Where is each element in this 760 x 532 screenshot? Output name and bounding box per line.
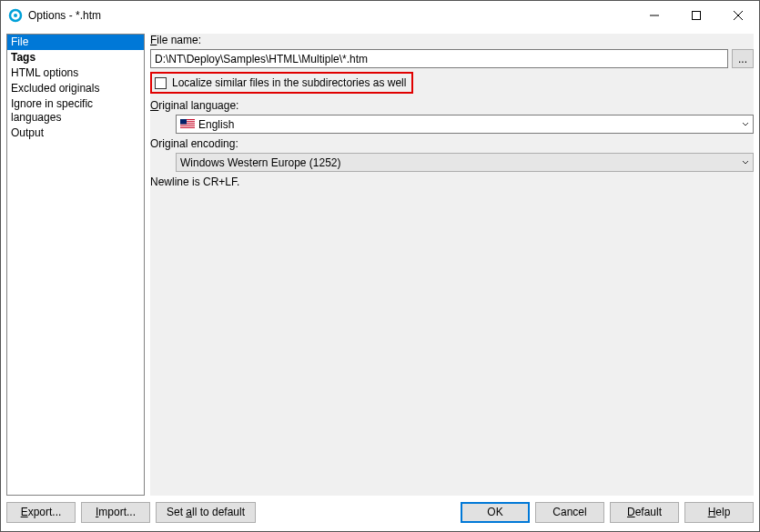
ok-button[interactable]: OK bbox=[461, 502, 530, 523]
svg-rect-10 bbox=[180, 125, 195, 126]
set-all-default-button[interactable]: Set all to default bbox=[156, 502, 256, 523]
browse-button[interactable]: ... bbox=[732, 49, 754, 68]
original-language-value: English bbox=[198, 118, 737, 131]
sidebar-item-file[interactable]: File bbox=[7, 35, 144, 50]
app-icon bbox=[8, 8, 23, 23]
main-panel: File name: ... Localize similar files in… bbox=[150, 34, 754, 496]
svg-point-1 bbox=[14, 14, 17, 17]
sidebar-item-html-options[interactable]: HTML options bbox=[7, 65, 144, 81]
original-language-label: Original language: bbox=[150, 99, 754, 112]
svg-rect-3 bbox=[693, 12, 701, 20]
main-fill bbox=[150, 190, 754, 496]
newline-text: Newline is CR+LF. bbox=[150, 176, 754, 188]
titlebar: Options - *.htm bbox=[1, 1, 759, 30]
original-encoding-combo[interactable]: Windows Western Europe (1252) bbox=[176, 153, 754, 172]
window-controls bbox=[633, 1, 759, 30]
button-bar: Export... Import... Set all to default O… bbox=[1, 497, 759, 530]
localize-checkbox-highlight: Localize similar files in the subdirecto… bbox=[150, 72, 413, 94]
filename-input[interactable] bbox=[150, 49, 728, 68]
sidebar-item-excluded-originals[interactable]: Excluded originals bbox=[7, 81, 144, 96]
sidebar-item-tags[interactable]: Tags bbox=[7, 50, 144, 65]
sidebar-item-ignore-languages[interactable]: Ignore in specific languages bbox=[7, 96, 144, 125]
sidebar: File Tags HTML options Excluded original… bbox=[6, 34, 145, 496]
close-button[interactable] bbox=[717, 1, 759, 30]
minimize-button[interactable] bbox=[633, 1, 675, 30]
original-encoding-value: Windows Western Europe (1252) bbox=[180, 156, 737, 169]
svg-rect-12 bbox=[180, 119, 187, 125]
original-encoding-label: Original encoding: bbox=[150, 137, 754, 150]
filename-row: ... bbox=[150, 49, 754, 68]
window-title: Options - *.htm bbox=[28, 9, 101, 22]
import-button[interactable]: Import... bbox=[81, 502, 150, 523]
export-button[interactable]: Export... bbox=[6, 502, 76, 523]
maximize-button[interactable] bbox=[675, 1, 717, 30]
chevron-down-icon bbox=[737, 115, 753, 133]
chevron-down-icon bbox=[737, 154, 753, 171]
default-button[interactable]: Default bbox=[610, 502, 679, 523]
localize-checkbox-label: Localize similar files in the subdirecto… bbox=[172, 76, 406, 89]
help-button[interactable]: Help bbox=[684, 502, 754, 523]
content-area: File Tags HTML options Excluded original… bbox=[1, 30, 759, 497]
cancel-button[interactable]: Cancel bbox=[535, 502, 604, 523]
sidebar-item-output[interactable]: Output bbox=[7, 125, 144, 141]
filename-label: File name: bbox=[150, 34, 754, 46]
flag-icon bbox=[180, 119, 195, 129]
original-language-combo[interactable]: English bbox=[176, 115, 754, 134]
svg-rect-11 bbox=[180, 127, 195, 128]
localize-checkbox[interactable] bbox=[155, 77, 167, 89]
